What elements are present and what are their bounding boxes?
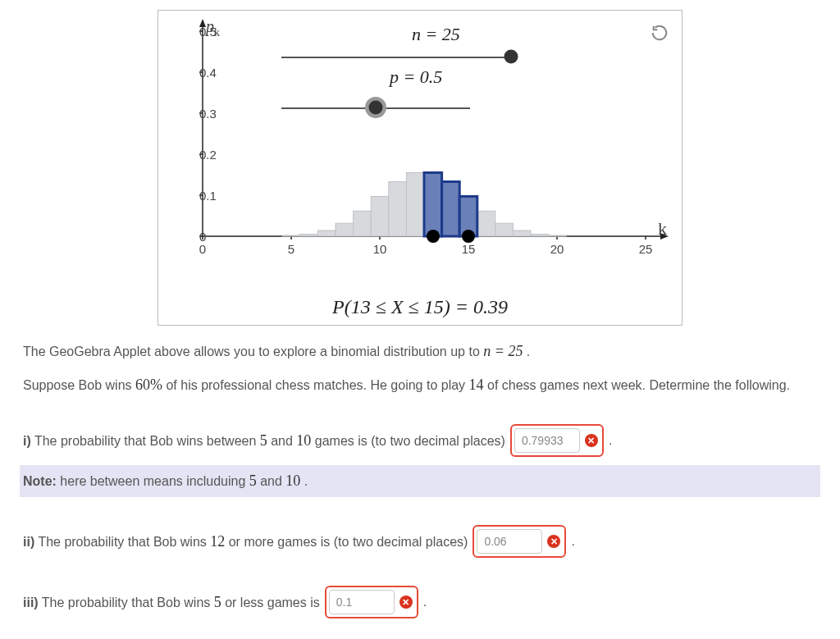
svg-rect-22 [389,182,407,237]
note-lead: Note: [23,474,57,488]
svg-rect-20 [354,211,372,236]
svg-rect-21 [371,196,389,236]
q2-a: The probability that Bob wins [38,535,210,549]
q1-hi: 10 [296,432,311,449]
q1-dot: . [609,431,612,450]
svg-rect-19 [336,223,354,236]
x-tick-0: 0 [199,242,206,256]
probability-equation: P(13 ≤ X ≤ 15) = 0.39 [167,296,673,318]
q2-dot: . [571,532,574,551]
question-1: i) The probability that Bob wins between… [23,424,817,457]
x-tick-4: 20 [550,242,564,256]
q1-lo: 5 [260,432,267,449]
svg-rect-27 [531,235,549,237]
q1-answer-wrap: ✕ [510,424,604,457]
q3-label: iii) [23,596,39,609]
q3-b: or less games is [225,596,320,609]
q3-dot: . [423,592,427,612]
svg-rect-25 [495,223,514,236]
note-hi: 10 [285,472,300,489]
svg-point-32 [427,230,440,243]
note-b: . [304,474,308,488]
geogebra-applet[interactable]: pk n = 25 p = 0.5 [158,10,682,326]
incorrect-icon: ✕ [585,434,598,447]
scenario-text: Suppose Bob wins 60% of his professional… [23,374,817,396]
note-lo: 5 [249,472,257,489]
q2-b: or more games is (to two decimal places) [229,535,468,549]
incorrect-icon: ✕ [547,535,560,548]
q1-a: The probability that Bob wins between [34,434,260,448]
svg-rect-26 [513,230,531,236]
svg-rect-18 [317,230,336,236]
svg-rect-29 [424,173,442,237]
svg-rect-30 [442,182,460,237]
q1-b: games is (to two decimal places) [315,434,505,448]
distribution-plot [167,19,673,273]
svg-rect-23 [406,173,424,237]
question-content: The GeoGebra Applet above allows you to … [0,340,840,639]
q2-label: ii) [23,535,34,549]
q2-k: 12 [210,533,225,550]
chart-area: pk n = 25 p = 0.5 [167,19,673,273]
svg-rect-16 [282,235,300,236]
intro-a: The GeoGebra Applet above allows you to … [23,345,483,358]
question-3: iii) The probability that Bob wins 5 or … [23,586,817,618]
scenario-b: of his professional chess matches. He go… [166,378,468,392]
q3-answer-input[interactable] [329,590,395,614]
intro-b: . [527,345,530,358]
scenario-a: Suppose Bob wins [23,378,135,392]
svg-rect-28 [549,235,567,236]
note-a: here between means includuing [60,474,249,488]
q3-a: The probability that Bob wins [42,596,214,609]
q3-k: 5 [214,594,221,610]
svg-point-33 [462,230,475,243]
x-tick-3: 15 [462,242,476,256]
x-tick-5: 25 [639,242,653,256]
intro-text: The GeoGebra Applet above allows you to … [23,340,817,363]
scenario-pct: 60% [135,377,162,393]
x-tick-1: 5 [288,242,294,256]
x-tick-2: 10 [373,242,387,256]
intro-n: n = 25 [483,343,523,359]
x-axis-title: k [658,218,667,240]
scenario-games: 14 [469,377,484,393]
q1-answer-input[interactable] [514,428,580,453]
q1-mid: and [271,434,296,448]
incorrect-icon: ✕ [399,596,413,609]
q1-label: i) [23,434,31,448]
note-mid: and [260,474,285,488]
svg-rect-24 [477,211,495,236]
q2-answer-wrap: ✕ [472,525,566,558]
note: Note: here between means includuing 5 an… [20,465,820,497]
svg-rect-17 [300,235,318,237]
question-2: ii) The probability that Bob wins 12 or … [23,525,817,558]
q3-answer-wrap: ✕ [325,586,418,618]
scenario-c: of chess games next week. Determine the … [487,378,790,392]
q2-answer-input[interactable] [477,529,542,554]
